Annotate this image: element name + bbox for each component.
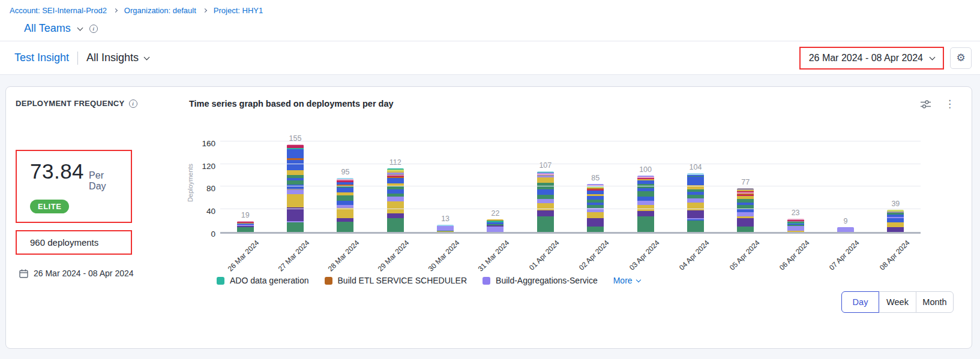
bar-segment <box>537 177 554 183</box>
chart-legend: ADO data generation Build ETL SERVICE SC… <box>217 276 960 285</box>
chart-filters-button[interactable] <box>920 99 931 109</box>
y-axis: Deployments 04080120160 <box>189 132 220 234</box>
bar-segment <box>737 227 754 232</box>
elite-badge: ELITE <box>30 200 69 213</box>
bar-segment <box>787 226 804 231</box>
y-tick-label: 160 <box>202 139 215 148</box>
x-tick-label: 29 Mar 2024 <box>376 239 411 273</box>
bar-segment <box>287 194 304 208</box>
bar-04-apr-2024[interactable]: 104 <box>670 132 720 232</box>
insight-name-link[interactable]: Test Insight <box>14 52 69 64</box>
bar-segment <box>687 210 704 218</box>
bar-value-label: 95 <box>341 168 349 176</box>
bar-segment <box>287 190 304 194</box>
chevron-down-icon[interactable] <box>77 25 83 31</box>
bar-28-mar-2024[interactable]: 95 <box>320 132 370 232</box>
bar-05-apr-2024[interactable]: 77 <box>721 132 771 232</box>
bar-segment <box>287 222 304 232</box>
toggle-month-button[interactable]: Month <box>916 291 954 313</box>
bar-30-mar-2024[interactable]: 13 <box>420 132 470 232</box>
bar-segment <box>337 188 353 192</box>
x-tick-label: 06 Apr 2024 <box>778 239 811 272</box>
bar-segment <box>287 160 304 170</box>
legend-label: Build-Aggregations-Service <box>496 276 598 285</box>
settings-button[interactable]: ⚙ <box>950 47 972 69</box>
legend-label: Build ETL SERVICE SCHEDULER <box>338 276 467 285</box>
team-selector[interactable]: All Teams <box>24 22 71 35</box>
bar-value-label: 22 <box>492 209 500 218</box>
info-icon[interactable]: i <box>89 25 98 33</box>
bar-segment <box>287 149 304 158</box>
gridline <box>220 164 921 164</box>
chevron-down-icon <box>144 54 150 60</box>
chart-plot: 19155951121322107851001047723939 <box>220 132 921 234</box>
bar-01-apr-2024[interactable]: 107 <box>520 132 570 232</box>
bar-segment <box>787 231 804 232</box>
top-nav-area: Account: SEI-Internal-Prod2 Organization… <box>0 0 980 41</box>
bar-value-label: 104 <box>689 163 702 171</box>
insight-header: Test Insight All Insights 26 Mar 2024 - … <box>0 41 980 75</box>
bar-segment <box>687 221 704 232</box>
legend-more-label: More <box>613 276 633 285</box>
deployment-frequency-widget: DEPLOYMENT FREQUENCY i 73.84 Per Day ELI… <box>5 86 972 349</box>
metric-value: 73.84 <box>30 159 84 183</box>
legend-item[interactable]: Build ETL SERVICE SCHEDULER <box>325 276 467 285</box>
bar-segment <box>237 227 254 232</box>
bar-segment <box>387 197 404 201</box>
bar-value-label: 19 <box>241 211 250 219</box>
legend-item[interactable]: ADO data generation <box>217 276 309 285</box>
toggle-week-button[interactable]: Week <box>879 291 916 313</box>
bar-segment <box>387 201 404 213</box>
chevron-down-icon <box>930 54 936 60</box>
date-range-picker[interactable]: 26 Mar 2024 - 08 Apr 2024 <box>799 47 944 70</box>
bar-segment <box>837 227 854 233</box>
bar-segment <box>387 213 404 219</box>
chart-menu-button[interactable]: ⋮ <box>945 99 955 109</box>
divider <box>77 52 78 65</box>
y-tick-label: 120 <box>202 162 215 171</box>
toggle-day-button[interactable]: Day <box>841 291 879 313</box>
bar-27-mar-2024[interactable]: 155 <box>270 132 320 232</box>
widget-period-label: 26 Mar 2024 - 08 Apr 2024 <box>34 269 134 278</box>
legend-swatch <box>217 277 224 285</box>
bar-segment <box>387 178 404 183</box>
bar-26-mar-2024[interactable]: 19 <box>220 132 270 232</box>
insight-scope-dropdown[interactable]: All Insights <box>86 52 149 64</box>
bar-31-mar-2024[interactable]: 22 <box>470 132 520 232</box>
x-tick-label: 02 Apr 2024 <box>577 239 611 272</box>
bar-segment <box>587 227 604 232</box>
x-tick-label: 05 Apr 2024 <box>728 239 762 272</box>
bar-03-apr-2024[interactable]: 100 <box>621 132 670 232</box>
bar-segment <box>537 210 554 216</box>
bar-segment <box>737 218 754 226</box>
y-tick-label: 80 <box>206 184 215 193</box>
breadcrumb-account-link[interactable]: Account: SEI-Internal-Prod2 <box>10 6 107 15</box>
breadcrumb-organization-link[interactable]: Organization: default <box>124 6 196 15</box>
insight-scope-label: All Insights <box>86 52 139 64</box>
bar-segment <box>637 201 654 205</box>
breadcrumb: Account: SEI-Internal-Prod2 Organization… <box>10 6 970 15</box>
bar-segment <box>337 195 353 201</box>
sliders-icon <box>920 99 931 109</box>
gridline <box>220 209 921 209</box>
x-tick-label: 03 Apr 2024 <box>628 239 661 272</box>
breadcrumb-project-link[interactable]: Project: HHY1 <box>214 6 263 15</box>
calendar-icon <box>19 269 28 278</box>
bar-29-mar-2024[interactable]: 112 <box>370 132 420 232</box>
bar-segment <box>637 205 654 211</box>
bar-segment <box>887 227 904 232</box>
info-icon[interactable]: i <box>129 99 137 108</box>
x-tick-label: 08 Apr 2024 <box>878 239 912 272</box>
bar-06-apr-2024[interactable]: 23 <box>771 132 820 232</box>
legend-item[interactable]: Build-Aggregations-Service <box>482 276 598 285</box>
total-deployments-label: 960 deployments <box>30 237 98 248</box>
bar-segment <box>287 170 304 175</box>
date-range-label: 26 Mar 2024 - 08 Apr 2024 <box>809 53 923 64</box>
bar-08-apr-2024[interactable]: 39 <box>871 132 921 232</box>
bar-02-apr-2024[interactable]: 85 <box>571 132 621 232</box>
bar-segment <box>537 195 554 200</box>
legend-more-link[interactable]: More <box>613 276 640 285</box>
bar-07-apr-2024[interactable]: 9 <box>820 132 870 232</box>
x-tick-label: 07 Apr 2024 <box>828 239 861 272</box>
chart-title: Time series graph based on deployments p… <box>189 99 394 108</box>
